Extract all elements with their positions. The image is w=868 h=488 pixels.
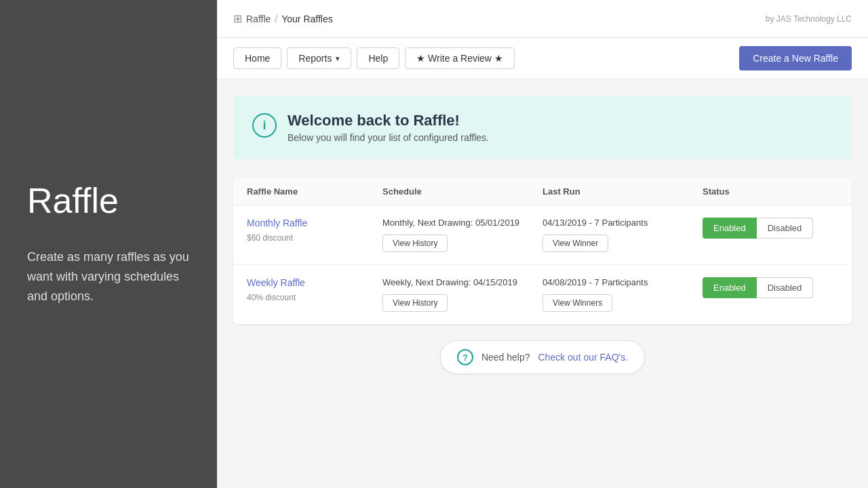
col-raffle-name: Raffle Name — [247, 186, 382, 197]
monthly-status-group: Enabled Disabled — [703, 218, 838, 239]
col-last-run: Last Run — [542, 186, 703, 197]
breadcrumb-current: Your Raffles — [281, 14, 333, 24]
reports-label: Reports — [298, 53, 332, 64]
help-pill: ? Need help? Check out our FAQ's. — [440, 340, 645, 374]
monthly-schedule: Monthly, Next Drawing: 05/01/2019 — [382, 218, 542, 228]
sidebar-description: Create as many raffles as you want with … — [27, 247, 190, 306]
status-cell: Enabled Disabled — [703, 218, 838, 239]
sidebar-title: Raffle — [27, 182, 190, 220]
sidebar: Raffle Create as many raffles as you wan… — [0, 0, 217, 488]
chevron-down-icon: ▾ — [336, 54, 340, 63]
monthly-disabled-button[interactable]: Disabled — [757, 218, 814, 239]
welcome-title: Welcome back to Raffle! — [288, 112, 489, 129]
monthly-enabled-button[interactable]: Enabled — [703, 218, 757, 239]
welcome-subtitle: Below you will find your list of configu… — [288, 132, 489, 143]
monthly-raffle-link[interactable]: Monthly Raffle — [247, 218, 382, 228]
info-icon: i — [252, 113, 277, 138]
app-grid-icon: ⊞ — [233, 12, 242, 25]
col-schedule: Schedule — [382, 186, 542, 197]
breadcrumb-app: Raffle — [246, 14, 271, 24]
faq-link[interactable]: Check out our FAQ's. — [538, 352, 629, 363]
raffle-name-cell: Monthly Raffle $60 discount — [247, 218, 382, 243]
raffle-name-cell: Weekly Raffle 40% discount — [247, 277, 382, 303]
breadcrumb-separator: / — [275, 14, 277, 24]
content-area: i Welcome back to Raffle! Below you will… — [217, 79, 868, 488]
topbar-brand: by JAS Technology LLC — [766, 14, 852, 24]
navbar: Home Reports ▾ Help ★ Write a Review ★ C… — [217, 38, 868, 79]
weekly-schedule: Weekly, Next Drawing: 04/15/2019 — [382, 277, 542, 287]
weekly-disabled-button[interactable]: Disabled — [757, 277, 814, 298]
monthly-view-history-button[interactable]: View History — [382, 235, 448, 252]
raffle-table: Raffle Name Schedule Last Run Status Mon… — [233, 178, 852, 324]
help-question-icon: ? — [457, 349, 473, 365]
weekly-raffle-link[interactable]: Weekly Raffle — [247, 277, 382, 288]
last-run-cell: 04/08/2019 - 7 Participants View Winners — [542, 277, 703, 312]
reports-button[interactable]: Reports ▾ — [287, 47, 351, 69]
help-text: Need help? — [481, 352, 530, 363]
monthly-discount: $60 discount — [247, 233, 293, 243]
table-row: Weekly Raffle 40% discount Weekly, Next … — [233, 265, 852, 324]
create-new-raffle-button[interactable]: Create a New Raffle — [739, 46, 852, 70]
welcome-banner: i Welcome back to Raffle! Below you will… — [233, 96, 852, 159]
weekly-discount: 40% discount — [247, 293, 296, 302]
monthly-view-winner-button[interactable]: View Winner — [542, 235, 608, 252]
welcome-text: Welcome back to Raffle! Below you will f… — [288, 112, 489, 143]
nav-left: Home Reports ▾ Help ★ Write a Review ★ — [233, 47, 515, 69]
help-button[interactable]: Help — [357, 47, 399, 69]
monthly-last-run: 04/13/2019 - 7 Participants — [542, 218, 703, 228]
weekly-enabled-button[interactable]: Enabled — [703, 277, 757, 298]
weekly-last-run: 04/08/2019 - 7 Participants — [542, 277, 703, 287]
schedule-cell: Monthly, Next Drawing: 05/01/2019 View H… — [382, 218, 542, 252]
last-run-cell: 04/13/2019 - 7 Participants View Winner — [542, 218, 703, 252]
weekly-view-history-button[interactable]: View History — [382, 294, 448, 312]
weekly-status-group: Enabled Disabled — [703, 277, 838, 298]
table-header: Raffle Name Schedule Last Run Status — [233, 178, 852, 205]
table-row: Monthly Raffle $60 discount Monthly, Nex… — [233, 205, 852, 265]
topbar: ⊞ Raffle / Your Raffles by JAS Technolog… — [217, 0, 868, 38]
weekly-view-winners-button[interactable]: View Winners — [542, 294, 612, 312]
write-review-button[interactable]: ★ Write a Review ★ — [405, 47, 515, 69]
main-content: ⊞ Raffle / Your Raffles by JAS Technolog… — [217, 0, 868, 488]
home-button[interactable]: Home — [233, 47, 281, 69]
col-status: Status — [703, 186, 838, 197]
status-cell: Enabled Disabled — [703, 277, 838, 298]
schedule-cell: Weekly, Next Drawing: 04/15/2019 View Hi… — [382, 277, 542, 312]
help-footer: ? Need help? Check out our FAQ's. — [233, 324, 852, 382]
breadcrumb: ⊞ Raffle / Your Raffles — [233, 12, 333, 25]
